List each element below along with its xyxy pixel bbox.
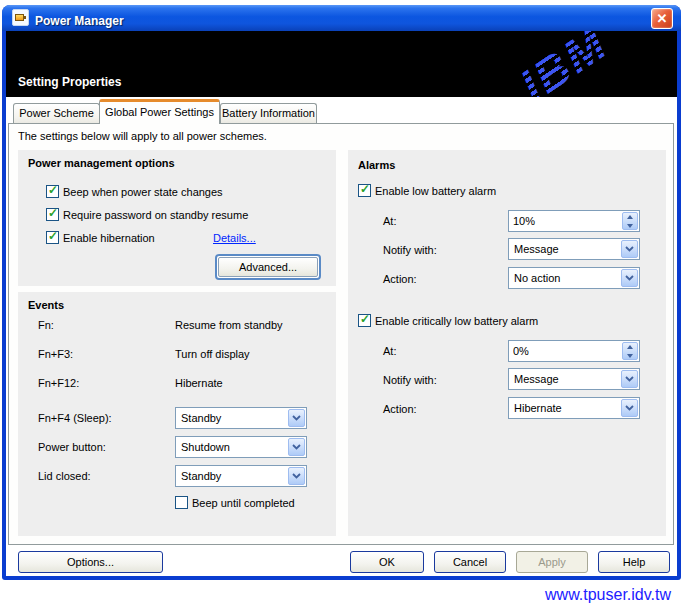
critical-alarm-notify-dropdown[interactable]: Message <box>508 368 640 390</box>
chevron-down-icon[interactable] <box>621 370 638 388</box>
beep-power-state-checkbox[interactable]: ✓ <box>46 185 59 198</box>
spinner-buttons <box>622 212 638 230</box>
battery-tip-icon <box>24 16 26 19</box>
power-button-label: Power button: <box>38 441 106 453</box>
low-alarm-notify-value: Message <box>514 243 559 255</box>
title-bar[interactable]: Power Manager <box>2 5 681 31</box>
enable-low-battery-alarm-label: Enable low battery alarm <box>375 185 496 197</box>
fn-f3-value: Turn off display <box>175 348 250 360</box>
lid-closed-label: Lid closed: <box>38 470 91 482</box>
advanced-button-focus-ring: Advanced... <box>215 254 321 280</box>
enable-hibernation-checkbox[interactable]: ✓ <box>46 231 59 244</box>
enable-critical-alarm-checkbox[interactable]: ✓ <box>358 314 371 327</box>
options-button[interactable]: Options... <box>18 551 163 573</box>
critical-alarm-at-spinner <box>508 340 640 362</box>
apply-button: Apply <box>516 551 588 573</box>
low-alarm-action-label: Action: <box>383 273 417 285</box>
alarms-title: Alarms <box>358 159 395 171</box>
fn-f4-sleep-dropdown[interactable]: Standby <box>175 407 307 429</box>
chevron-down-icon[interactable] <box>621 269 638 287</box>
battery-icon <box>15 14 24 21</box>
beep-power-state-label: Beep when power state changes <box>63 186 223 198</box>
chevron-down-icon[interactable] <box>621 240 638 258</box>
enable-hibernation-label: Enable hibernation <box>63 232 155 244</box>
check-icon: ✓ <box>48 183 58 197</box>
power-button-dropdown[interactable]: Shutdown <box>175 436 307 458</box>
ibm-logo-stripes <box>460 31 667 97</box>
critical-alarm-action-dropdown[interactable]: Hibernate <box>508 397 640 419</box>
fn-f4-sleep-value: Standby <box>181 412 221 424</box>
low-alarm-at-input[interactable] <box>513 213 613 229</box>
critical-alarm-action-value: Hibernate <box>514 402 562 414</box>
power-management-options-title: Power management options <box>28 157 175 169</box>
help-button[interactable]: Help <box>598 551 670 573</box>
chevron-down-icon[interactable] <box>288 467 305 485</box>
critical-alarm-at-label: At: <box>383 345 396 357</box>
fn-f12-label: Fn+F12: <box>38 377 79 389</box>
power-button-value: Shutdown <box>181 441 230 453</box>
power-manager-icon <box>12 9 29 26</box>
fn-f12-value: Hibernate <box>175 377 223 389</box>
cancel-button[interactable]: Cancel <box>434 551 506 573</box>
critical-alarm-action-label: Action: <box>383 403 417 415</box>
chevron-down-icon[interactable] <box>621 399 638 417</box>
critical-alarm-at-input[interactable] <box>513 343 613 359</box>
screenshot-canvas: Power Manager ✕ IBM Setting Properties P… <box>0 0 683 610</box>
advanced-button[interactable]: Advanced... <box>218 257 318 277</box>
lid-closed-dropdown[interactable]: Standby <box>175 465 307 487</box>
require-password-label: Require password on standby resume <box>63 209 248 221</box>
window-title: Power Manager <box>35 14 124 28</box>
tab-global-power-settings[interactable]: Global Power Settings <box>99 99 220 124</box>
details-link[interactable]: Details... <box>213 232 256 244</box>
events-title: Events <box>28 299 64 311</box>
critical-alarm-notify-value: Message <box>514 373 559 385</box>
fn-f4-sleep-label: Fn+F4 (Sleep): <box>38 412 112 424</box>
enable-low-battery-alarm-checkbox[interactable]: ✓ <box>358 184 371 197</box>
chevron-down-icon[interactable] <box>288 409 305 427</box>
spin-up-icon[interactable] <box>623 213 637 221</box>
chevron-down-icon[interactable] <box>288 438 305 456</box>
critical-alarm-notify-label: Notify with: <box>383 374 437 386</box>
ibm-logo: IBM <box>477 31 651 97</box>
ok-button[interactable]: OK <box>350 551 424 573</box>
check-icon: ✓ <box>48 229 58 243</box>
intro-text: The settings below will apply to all pow… <box>18 130 267 142</box>
fn-f3-label: Fn+F3: <box>38 348 73 360</box>
watermark-text: www.tpuser.idv.tw <box>545 586 671 604</box>
close-icon: ✕ <box>657 11 668 26</box>
spin-down-icon[interactable] <box>623 352 637 360</box>
spin-down-icon[interactable] <box>623 222 637 230</box>
close-button[interactable]: ✕ <box>651 8 673 29</box>
low-alarm-at-spinner <box>508 210 640 232</box>
beep-until-completed-label: Beep until completed <box>192 497 295 509</box>
low-alarm-action-value: No action <box>514 272 560 284</box>
lid-closed-value: Standby <box>181 470 221 482</box>
low-alarm-at-label: At: <box>383 215 396 227</box>
spinner-buttons <box>622 342 638 360</box>
page-title: Setting Properties <box>18 75 121 89</box>
low-alarm-notify-label: Notify with: <box>383 244 437 256</box>
enable-critical-alarm-label: Enable critically low battery alarm <box>375 315 538 327</box>
fn-label: Fn: <box>38 319 54 331</box>
fn-value: Resume from standby <box>175 319 283 331</box>
tab-battery-information[interactable]: Battery Information <box>220 103 317 123</box>
check-icon: ✓ <box>360 312 370 326</box>
check-icon: ✓ <box>360 182 370 196</box>
tab-power-scheme[interactable]: Power Scheme <box>13 103 100 123</box>
low-alarm-notify-dropdown[interactable]: Message <box>508 238 640 260</box>
beep-until-completed-checkbox[interactable] <box>175 496 188 509</box>
require-password-checkbox[interactable]: ✓ <box>46 208 59 221</box>
spin-up-icon[interactable] <box>623 343 637 351</box>
check-icon: ✓ <box>48 206 58 220</box>
low-alarm-action-dropdown[interactable]: No action <box>508 267 640 289</box>
